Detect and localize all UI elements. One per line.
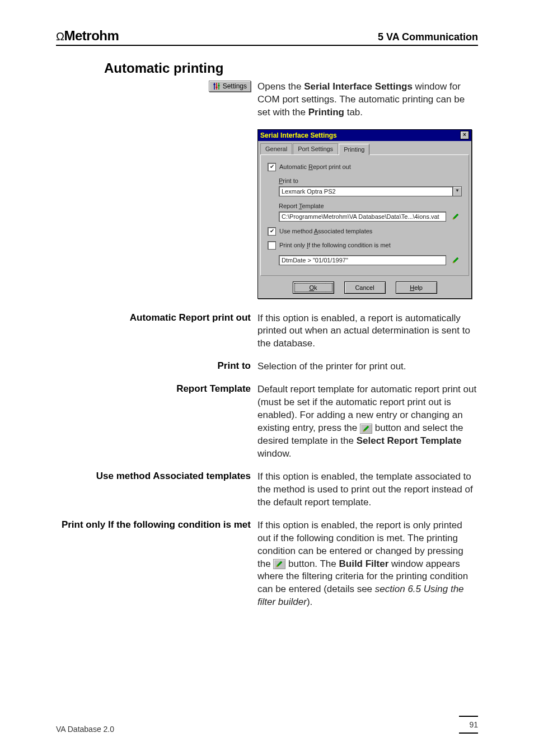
template-field[interactable]: C:\Programme\Metrohm\VA Database\Data\Te… [279,212,446,222]
print-to-label: Print to [279,177,462,185]
def-desc-use-assoc: If this option is enabled, the template … [257,471,478,509]
condition-field[interactable]: DtmDate > "01/01/1997" [279,255,446,265]
inline-pencil-button[interactable] [360,424,372,434]
template-edit-button[interactable] [449,212,462,222]
close-icon[interactable]: × [460,131,469,139]
def-label-report-template: Report Template [176,383,251,395]
auto-report-checkbox[interactable]: ✔ [268,163,276,171]
inline-pencil-button[interactable] [273,559,285,569]
pencil-icon [275,560,283,568]
dialog-title: Serial Interface Settings [260,131,337,140]
def-label-print-only-if: Print only If the following condition is… [62,519,251,530]
def-label-auto-report: Automatic Report print out [130,312,251,323]
chevron-down-icon[interactable]: ▼ [453,186,462,196]
print-only-if-checkbox[interactable] [268,241,276,250]
tab-port-settings[interactable]: Port Settings [293,143,338,154]
pencil-icon [452,213,460,220]
settings-button[interactable]: Settings [209,81,251,92]
pencil-icon [362,425,370,433]
footer-rule [459,716,478,717]
serial-interface-dialog: Serial Interface Settings × General Port… [257,129,472,299]
def-desc-print-to: Selection of the printer for print out. [257,360,478,373]
intro-paragraph: Opens the Serial Interface Settings wind… [257,81,478,299]
svg-rect-5 [218,85,219,86]
template-label: Report Template [279,202,462,210]
def-label-use-assoc: Use method Associated templates [96,471,251,482]
help-button[interactable]: Help [396,281,437,294]
auto-report-label: Automatic Report print out [279,163,351,171]
def-desc-report-template: Default report template for automatic re… [257,383,478,461]
brand-logo: ΩMetrohm [56,28,119,44]
omega-icon: Ω [56,30,64,43]
footer-product: VA Database 2.0 [56,725,114,734]
svg-rect-4 [216,87,217,88]
cancel-button[interactable]: Cancel [344,281,386,294]
condition-edit-button[interactable] [449,255,462,265]
def-desc-auto-report: If this option is enabled, a report is a… [257,312,478,351]
use-assoc-label: Use method Associated templates [279,227,372,236]
use-assoc-checkbox[interactable]: ✔ [268,227,276,236]
section-heading: Automatic printing [104,60,478,76]
print-only-if-label: Print only If the following condition is… [279,241,391,250]
footer-page-number: 91 [469,720,478,729]
printer-select[interactable]: Lexmark Optra PS2 [279,186,453,196]
def-label-print-to: Print to [218,360,251,372]
settings-button-label: Settings [223,82,247,90]
ok-button[interactable]: Ok [293,281,334,294]
def-desc-print-only-if: If this option is enabled, the report is… [257,519,478,609]
tab-printing[interactable]: Printing [339,144,369,155]
pencil-icon [452,256,460,264]
sliders-icon [213,82,221,90]
dialog-titlebar: Serial Interface Settings × [258,130,471,141]
svg-rect-3 [213,84,215,85]
tab-general[interactable]: General [260,143,292,154]
footer-rule [459,732,478,734]
chapter-title: 5 VA Communication [378,31,478,43]
